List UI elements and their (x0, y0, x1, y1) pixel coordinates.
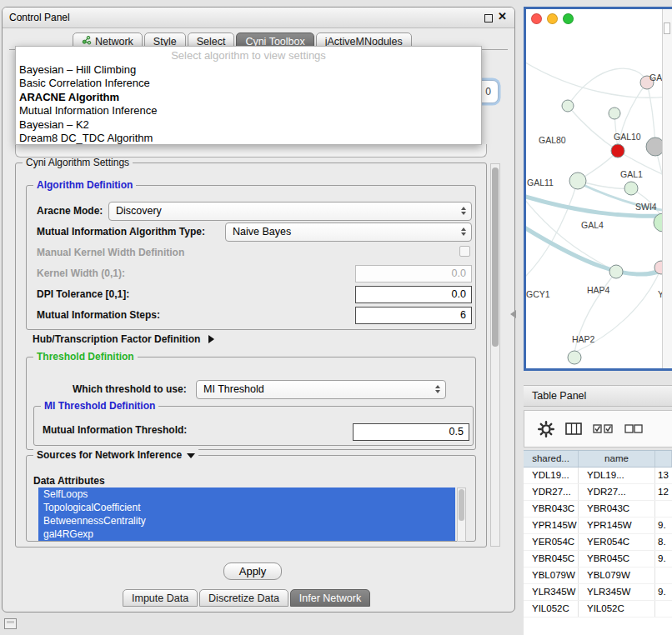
network-edge[interactable] (526, 228, 663, 274)
dropdown-prompt: Select algorithm to view settings (16, 48, 481, 63)
scrollbar-thumb[interactable] (492, 168, 499, 347)
hub-definition-label: Hub/Transcription Factor Definition (33, 333, 200, 345)
algorithm-option[interactable]: Basic Correlation Inference (16, 77, 481, 90)
table-cell (655, 501, 672, 517)
table-row[interactable]: YBR043CYBR043C (524, 501, 672, 518)
mi-steps-input[interactable]: 6 (355, 307, 472, 324)
network-node[interactable] (609, 108, 620, 119)
table-cell: YER054C (579, 534, 655, 550)
algorithm-dropdown-popup: Select algorithm to view settings Bayesi… (15, 46, 482, 145)
table-cell: 8. (655, 534, 672, 550)
table-row[interactable]: YPR145WYPR145W9. (524, 518, 672, 534)
apply-button[interactable]: Apply (223, 562, 282, 580)
mi-type-select[interactable]: Naive Bayes (225, 222, 472, 242)
algorithm-options-list: Bayesian – Hill ClimbingBasic Correlatio… (16, 63, 481, 145)
node-label: SWI4 (635, 202, 657, 212)
collapse-arrow-icon (187, 453, 195, 458)
aracne-mode-select[interactable]: Discovery (108, 202, 472, 221)
algorithm-option[interactable]: Dream8 DC_TDC Algorithm (16, 132, 481, 145)
network-scrollbar[interactable] (662, 9, 672, 368)
table-row[interactable]: YDR27...YDR27...12 (524, 484, 672, 501)
algorithm-combo-remnant[interactable] (15, 144, 487, 158)
cyni-settings-title: Cyni Algorithm Settings (23, 157, 133, 169)
table-cell: YIL052C (579, 601, 655, 617)
cyni-settings-title-text: Cyni Algorithm Settings (26, 157, 129, 169)
minimized-panel-icon[interactable] (4, 618, 17, 629)
algorithm-option[interactable]: Mutual Information Inference (16, 104, 481, 118)
table-row[interactable]: YIL052CYIL052C (524, 601, 672, 618)
node-label: GAL1 (620, 169, 643, 179)
table-row[interactable]: YER054CYER054C8. (524, 534, 672, 551)
control-panel-titlebar[interactable]: Control Panel ✕ (3, 8, 514, 28)
network-node[interactable] (611, 144, 624, 158)
network-node[interactable] (624, 182, 638, 195)
table-row[interactable]: YDL19...YDL19...13 (524, 468, 672, 484)
tab-impute-data[interactable]: Impute Data (123, 589, 198, 607)
settings-scrollbar[interactable] (490, 163, 500, 547)
data-attributes-list[interactable]: SelfLoopsTopologicalCoefficientBetweenne… (38, 488, 455, 541)
algorithm-option[interactable]: Bayesian – K2 (16, 118, 481, 132)
mac-zoom-button[interactable] (563, 13, 574, 24)
tab-infer-network[interactable]: Infer Network (290, 589, 370, 607)
network-graph[interactable]: GALGAL80GAL10GAL11GAL1SWI4GAL4GCY1HAP4HA… (526, 9, 663, 368)
network-node[interactable] (562, 100, 574, 112)
float-window-icon[interactable] (484, 14, 493, 22)
data-attribute-item[interactable]: gal4RGexp (38, 528, 455, 541)
network-node[interactable] (569, 172, 586, 189)
sources-title-text: Sources for Network Inference (37, 449, 182, 462)
tab-label: Impute Data (132, 592, 188, 604)
algorithm-option[interactable]: Bayesian – Hill Climbing (16, 63, 481, 77)
dpi-tolerance-input[interactable]: 0.0 (355, 286, 472, 303)
sources-section-toggle[interactable]: Sources for Network Inference (33, 449, 198, 462)
which-threshold-label: Which threshold to use: (73, 381, 187, 398)
network-node[interactable] (568, 351, 581, 364)
tab-label: Discretize Data (208, 592, 279, 604)
table-cell: YBL079W (579, 568, 655, 583)
deselect-all-icon[interactable] (624, 423, 643, 434)
cyni-settings-groupbox: Cyni Algorithm Settings Algorithm Defini… (15, 162, 487, 548)
table-cell: 13 (655, 468, 672, 483)
close-icon[interactable]: ✕ (498, 10, 507, 22)
table-header-row: shared...name (524, 450, 672, 468)
table-cell: YER054C (524, 534, 579, 550)
mac-minimize-button[interactable] (547, 13, 558, 24)
network-node[interactable] (609, 265, 623, 278)
scrollbar-button[interactable] (664, 22, 670, 34)
threshold-definition-title-text: Threshold Definition (37, 351, 134, 363)
combo-arrows-icon (461, 228, 466, 236)
mi-threshold-input[interactable]: 0.5 (353, 423, 469, 441)
mac-close-button[interactable] (531, 13, 542, 24)
table-cell: YDL19... (579, 468, 655, 483)
expand-arrow-icon (208, 335, 214, 343)
mi-type-label: Mutual Information Algorithm Type: (37, 223, 205, 240)
which-threshold-select[interactable]: MI Threshold (196, 380, 446, 399)
column-header[interactable] (655, 451, 672, 467)
table-row[interactable]: YBR045CYBR045C9. (524, 551, 672, 568)
column-selector-icon[interactable] (565, 422, 582, 436)
data-attribute-item[interactable]: BetweennessCentrality (38, 514, 455, 528)
network-edge[interactable] (647, 82, 655, 147)
panel-collapse-arrow-icon[interactable] (510, 310, 516, 318)
algorithm-option[interactable]: ARACNE Algorithm (16, 91, 481, 104)
data-attributes-label: Data Attributes (33, 472, 105, 489)
select-all-icon[interactable] (593, 423, 614, 434)
network-node[interactable] (646, 138, 663, 156)
settings-gear-icon[interactable] (538, 421, 554, 438)
column-header[interactable]: shared... (524, 451, 579, 467)
aracne-mode-value: Discovery (116, 205, 162, 217)
table-cell: YDL19... (524, 468, 579, 483)
manual-kernel-checkbox[interactable] (459, 246, 470, 257)
hub-definition-toggle[interactable]: Hub/Transcription Factor Definition (33, 333, 214, 345)
table-cell: YDR27... (524, 484, 579, 500)
data-attribute-item[interactable]: SelfLoops (38, 488, 455, 501)
table-row[interactable]: YBL079WYBL079W (524, 568, 672, 584)
column-header[interactable]: name (579, 451, 655, 467)
scrollbar-thumb[interactable] (459, 489, 464, 521)
attributes-list-scrollbar[interactable] (457, 488, 466, 542)
aracne-mode-label: Aracne Mode: (37, 202, 103, 219)
table-row[interactable]: YLR345WYLR345W9. (524, 584, 672, 601)
data-attribute-item[interactable]: TopologicalCoefficient (38, 501, 455, 514)
node-label: GAL10 (614, 132, 641, 142)
tab-discretize-data[interactable]: Discretize Data (199, 589, 288, 607)
mi-threshold-title-text: MI Threshold Definition (44, 400, 155, 412)
